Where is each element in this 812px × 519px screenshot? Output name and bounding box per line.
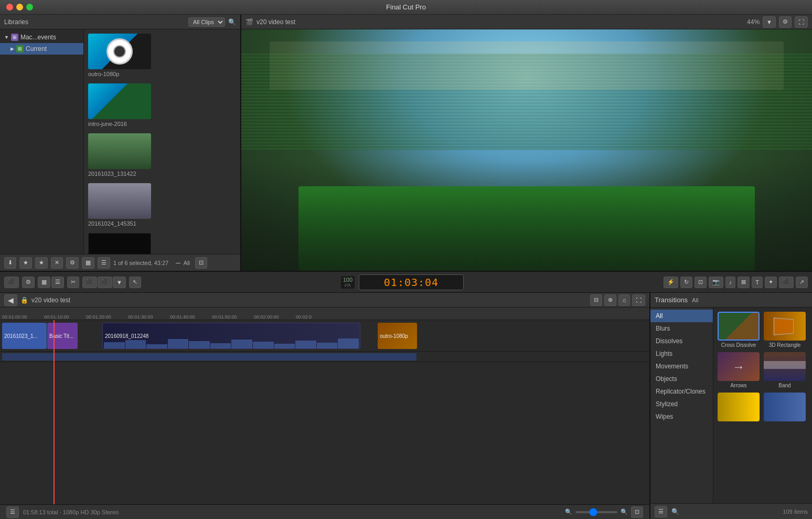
- clip-btn-dropdown[interactable]: ▼: [113, 277, 126, 288]
- share-button[interactable]: ↗: [796, 277, 808, 288]
- trans-cat-all[interactable]: All: [650, 310, 713, 322]
- transform-button[interactable]: ↻: [680, 277, 692, 288]
- transition-item[interactable]: Band: [764, 352, 806, 388]
- crop-button[interactable]: ⊡: [695, 277, 707, 288]
- transitions2-button[interactable]: ⬛: [779, 277, 794, 288]
- clip-btn-2[interactable]: ⬛: [98, 277, 112, 288]
- trans-cat-blurs[interactable]: Blurs: [650, 322, 713, 335]
- transition-thumbnail: [718, 393, 760, 421]
- text-button[interactable]: T: [752, 277, 763, 288]
- clip-appearance-button[interactable]: ⊡: [195, 257, 207, 269]
- window-controls[interactable]: [6, 4, 33, 10]
- status-info: 01:58:13 total · 1080p HD 30p Stereo: [23, 509, 119, 515]
- clips-dropdown[interactable]: All Clips: [188, 17, 225, 27]
- maximize-button[interactable]: [26, 4, 33, 10]
- zoom-out-button[interactable]: ⊟: [590, 294, 602, 306]
- ruler-mark: 00:02:00:00: [254, 314, 296, 320]
- transitions-panel: Transitions All All Blurs Dissolves: [649, 293, 812, 519]
- clip-btn-1[interactable]: ⬛: [82, 277, 97, 288]
- transition-item[interactable]: → Arrows: [718, 352, 760, 388]
- clip-thumbnail: [88, 83, 151, 119]
- sidebar-item-macevents[interactable]: ▼ ⊞ Mac...events: [0, 31, 83, 43]
- clip-overlay-button[interactable]: ⊠: [738, 277, 750, 288]
- trans-cat-stylized[interactable]: Stylized: [650, 398, 713, 410]
- sidebar-toggle-button[interactable]: ☰: [6, 506, 19, 518]
- search-icon: 🔍: [228, 18, 236, 26]
- list-item[interactable]: intro-june-2016: [88, 83, 236, 127]
- back-to-start-button[interactable]: ⬛: [4, 277, 19, 288]
- library-name: Mac...events: [20, 34, 56, 41]
- favorites-button[interactable]: ★: [19, 257, 32, 269]
- minimize-button[interactable]: [16, 4, 23, 10]
- transitions-content: All Blurs Dissolves Lights Movements: [650, 308, 812, 503]
- transition-item[interactable]: [764, 393, 806, 423]
- viewer-camera-icon: 🎬: [245, 18, 253, 26]
- transition-item[interactable]: 3D Rectangle: [764, 312, 806, 348]
- list-item[interactable]: 20160918_012248: [88, 233, 236, 254]
- transitions-title: Transitions: [655, 296, 688, 304]
- trans-cat-wipes[interactable]: Wipes: [650, 410, 713, 423]
- select-button[interactable]: ↖: [129, 277, 141, 288]
- clip-label: outro-1080p: [380, 333, 408, 339]
- trans-cat-objects[interactable]: Objects: [650, 373, 713, 385]
- viewer-settings-button[interactable]: ⚙: [779, 16, 792, 28]
- browser-toolbar: ⬇ ★ ★ ✕ ⚙ ▦ ☰ 1 of 6 selected, 43:27 ─ A…: [0, 254, 240, 271]
- viewer-video: [241, 29, 812, 271]
- settings2-button[interactable]: ⚙: [22, 277, 35, 288]
- trans-sidebar-toggle[interactable]: ☰: [655, 506, 667, 517]
- audio-button[interactable]: ♪: [725, 277, 736, 288]
- ruler-mark: 00:02:0: [296, 314, 338, 320]
- zoom-slider[interactable]: [575, 511, 617, 513]
- transitions-footer: ☰ 🔍 109 items: [650, 503, 812, 519]
- top-section: Libraries All Clips 🔍 ▼ ⊞ Mac...events: [0, 15, 812, 272]
- zoom-in-button[interactable]: ⊕: [604, 294, 616, 306]
- trans-cat-dissolves[interactable]: Dissolves: [650, 335, 713, 347]
- photo-button[interactable]: 📷: [709, 277, 723, 288]
- transitions-grid: Cross Dissolve 3D Rectangle: [713, 308, 812, 503]
- settings-button[interactable]: ⚙: [66, 257, 79, 269]
- timeline-back-button[interactable]: ◀: [4, 294, 17, 306]
- view-mode-1-button[interactable]: ▦: [38, 277, 50, 288]
- close-button[interactable]: [6, 4, 13, 10]
- sidebar-item-current[interactable]: ▶ ⊞ Current: [0, 43, 83, 55]
- view-mode-buttons: ▦ ☰: [38, 277, 64, 288]
- list-item[interactable]: 20161024_145351: [88, 183, 236, 227]
- view-grid-button[interactable]: ▦: [82, 257, 94, 269]
- import-button[interactable]: ⬇: [4, 257, 16, 269]
- delete-button[interactable]: ✕: [51, 257, 63, 269]
- transition-item[interactable]: [718, 393, 760, 423]
- ruler-mark: 00:01:10:00: [44, 314, 86, 320]
- search-icon-trans: 🔍: [671, 508, 679, 515]
- list-item[interactable]: outro-1080p: [88, 34, 236, 77]
- timeline-clip[interactable]: 20161023_1...: [2, 323, 47, 349]
- fps-display: 100 FR: [341, 276, 355, 289]
- zoom-controls: 🔍 🔍 ⊡: [565, 506, 643, 518]
- trans-cat-movements[interactable]: Movements: [650, 360, 713, 373]
- zoom-fit-button[interactable]: ⊡: [631, 506, 643, 518]
- timeline-clip[interactable]: outro-1080p: [378, 323, 417, 349]
- timeline-clip[interactable]: 20160918_012248: [102, 323, 360, 349]
- audio-lanes-button[interactable]: ♫: [618, 294, 630, 306]
- transitions-all-button[interactable]: All: [692, 297, 698, 303]
- transition-item[interactable]: Cross Dissolve: [718, 312, 760, 348]
- blade-button[interactable]: ✂: [67, 277, 79, 288]
- browser-panel: Libraries All Clips 🔍 ▼ ⊞ Mac...events: [0, 15, 241, 271]
- full-timeline-button[interactable]: ⛶: [632, 294, 645, 306]
- trans-cat-lights[interactable]: Lights: [650, 347, 713, 360]
- status-bar: ☰ 01:58:13 total · 1080p HD 30p Stereo 🔍…: [0, 504, 649, 519]
- transition-thumbnail: [764, 352, 806, 381]
- view-list-button[interactable]: ☰: [98, 257, 110, 269]
- viewer-fullscreen-button[interactable]: ⛶: [795, 16, 808, 28]
- trans-cat-replicator[interactable]: Replicator/Clones: [650, 385, 713, 398]
- timeline-title: v20 video test: [31, 296, 70, 304]
- effects-button[interactable]: ✦: [765, 277, 777, 288]
- ruler-mark: 00:01:30:00: [128, 314, 170, 320]
- view-mode-2-button[interactable]: ☰: [51, 277, 64, 288]
- transitions-sidebar: All Blurs Dissolves Lights Movements: [650, 308, 713, 503]
- reject-button[interactable]: ★: [35, 257, 48, 269]
- timeline-clip[interactable]: Basic Tit...: [47, 323, 78, 349]
- timecode-area: 100 FR 01:03:04: [144, 274, 660, 290]
- snap-button[interactable]: ⚡: [664, 277, 678, 288]
- list-item[interactable]: 20161023_131422: [88, 133, 236, 177]
- viewer-dropdown-button[interactable]: ▼: [763, 16, 776, 28]
